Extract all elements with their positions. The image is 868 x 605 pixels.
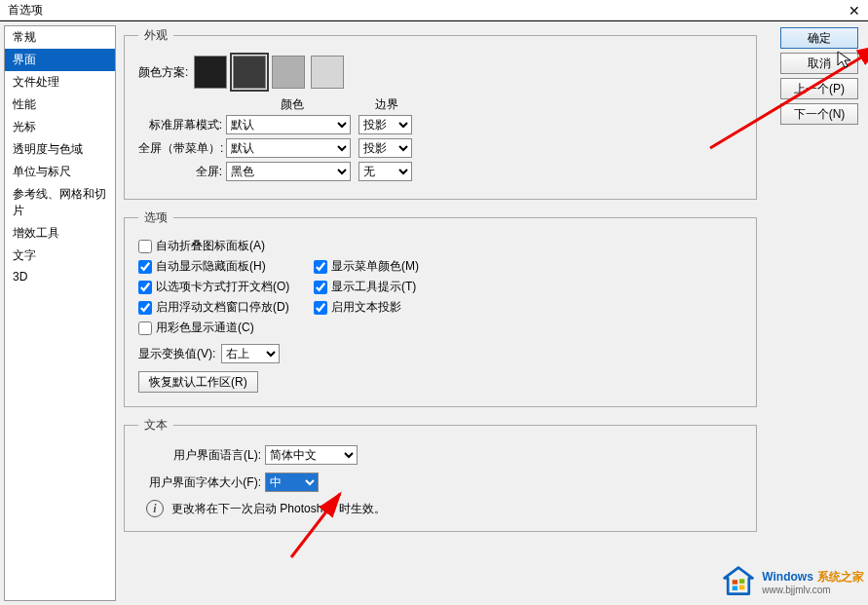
check-auto-show-hidden[interactable]: 自动显示隐藏面板(H)	[138, 258, 314, 275]
appearance-legend: 外观	[138, 27, 173, 44]
info-icon: i	[146, 500, 164, 517]
dialog-body: 常规 界面 文件处理 性能 光标 透明度与色域 单位与标尺 参考线、网格和切片 …	[0, 21, 868, 605]
fullscreen-color-select[interactable]: 黑色	[226, 162, 351, 181]
ui-font-size-label: 用户界面字体大小(F):	[138, 474, 265, 491]
appearance-group: 外观 颜色方案: 颜色 边界 标准屏幕模式: 默认 投影	[124, 27, 757, 200]
category-sidebar: 常规 界面 文件处理 性能 光标 透明度与色域 单位与标尺 参考线、网格和切片 …	[4, 25, 116, 601]
text-group: 文本 用户界面语言(L): 简体中文 用户界面字体大小(F): 中 i 更改将在…	[124, 417, 757, 532]
standard-mode-border-select[interactable]: 投影	[359, 115, 412, 134]
sidebar-item-general[interactable]: 常规	[5, 26, 115, 49]
svg-rect-2	[733, 580, 737, 585]
check-auto-collapse[interactable]: 自动折叠图标面板(A)	[138, 238, 314, 254]
options-group: 选项 自动折叠图标面板(A) 自动显示隐藏面板(H) 显示菜单颜色(M) 以选项…	[124, 209, 757, 407]
sidebar-item-interface[interactable]: 界面	[5, 49, 115, 71]
sidebar-item-type[interactable]: 文字	[5, 245, 115, 267]
swatch-darkest[interactable]	[194, 56, 227, 89]
check-show-tooltips[interactable]: 显示工具提示(T)	[314, 279, 416, 295]
ui-language-label: 用户界面语言(L):	[138, 447, 265, 464]
close-icon[interactable]: ✕	[845, 3, 864, 19]
main-panel: 确定 取消 上一个(P) 下一个(N) 外观 颜色方案: 颜色 边界	[116, 21, 868, 605]
fullscreen-border-select[interactable]: 无	[359, 162, 412, 181]
header-color: 颜色	[226, 96, 358, 113]
color-scheme-label: 颜色方案:	[138, 64, 194, 81]
check-color-channels[interactable]: 用彩色显示通道(C)	[138, 320, 314, 336]
sidebar-item-units[interactable]: 单位与标尺	[5, 161, 115, 183]
ui-language-select[interactable]: 简体中文	[265, 445, 358, 465]
check-open-as-tabs[interactable]: 以选项卡方式打开文档(O)	[138, 279, 314, 295]
dialog-buttons: 确定 取消 上一个(P) 下一个(N)	[780, 27, 858, 125]
ok-button[interactable]: 确定	[780, 27, 858, 49]
fullscreen-label: 全屏:	[138, 164, 226, 180]
fullscreen-menu-color-select[interactable]: 默认	[226, 138, 351, 158]
svg-rect-3	[739, 579, 744, 584]
sidebar-item-plugins[interactable]: 增效工具	[5, 222, 115, 245]
swatch-dark[interactable]	[233, 56, 266, 89]
color-scheme-swatches	[194, 56, 344, 89]
cancel-button[interactable]: 取消	[780, 53, 858, 74]
header-border: 边界	[358, 96, 416, 113]
check-show-menu-colors[interactable]: 显示菜单颜色(M)	[314, 258, 419, 275]
watermark-brand-1: Windows	[762, 570, 813, 584]
ui-font-size-select[interactable]: 中	[265, 473, 319, 492]
fullscreen-menu-label: 全屏（带菜单）:	[138, 140, 226, 157]
title-bar: 首选项 ✕	[0, 0, 868, 21]
transform-value-label: 显示变换值(V):	[138, 346, 215, 362]
next-button[interactable]: 下一个(N)	[780, 103, 858, 125]
fullscreen-menu-border-select[interactable]: 投影	[359, 138, 412, 158]
swatch-light[interactable]	[272, 56, 305, 89]
watermark-brand-2: 系统之家	[817, 570, 864, 584]
sidebar-item-3d[interactable]: 3D	[5, 267, 115, 286]
sidebar-item-file-handling[interactable]: 文件处理	[5, 71, 115, 94]
sidebar-item-transparency[interactable]: 透明度与色域	[5, 138, 115, 161]
text-legend: 文本	[138, 417, 173, 434]
info-text: 更改将在下一次启动 Photoshop 时生效。	[171, 501, 386, 517]
swatch-lightest[interactable]	[311, 56, 344, 89]
svg-rect-5	[739, 586, 744, 590]
svg-rect-4	[733, 586, 737, 591]
watermark-url: www.bjjmlv.com	[762, 585, 864, 595]
sidebar-item-performance[interactable]: 性能	[5, 94, 115, 116]
sidebar-item-cursors[interactable]: 光标	[5, 116, 115, 138]
restore-workspace-button[interactable]: 恢复默认工作区(R)	[138, 371, 258, 393]
sidebar-item-guides[interactable]: 参考线、网格和切片	[5, 183, 115, 222]
standard-mode-label: 标准屏幕模式:	[138, 117, 226, 133]
watermark: Windows 系统之家 www.bjjmlv.com	[721, 564, 864, 599]
standard-mode-color-select[interactable]: 默认	[226, 115, 351, 134]
check-floating-dock[interactable]: 启用浮动文档窗口停放(D)	[138, 299, 314, 316]
windows-house-icon	[721, 564, 756, 599]
prev-button[interactable]: 上一个(P)	[780, 78, 858, 99]
transform-value-select[interactable]: 右上	[221, 344, 280, 363]
window-title: 首选项	[4, 2, 43, 19]
options-legend: 选项	[138, 209, 173, 226]
check-text-shadow[interactable]: 启用文本投影	[314, 299, 401, 316]
